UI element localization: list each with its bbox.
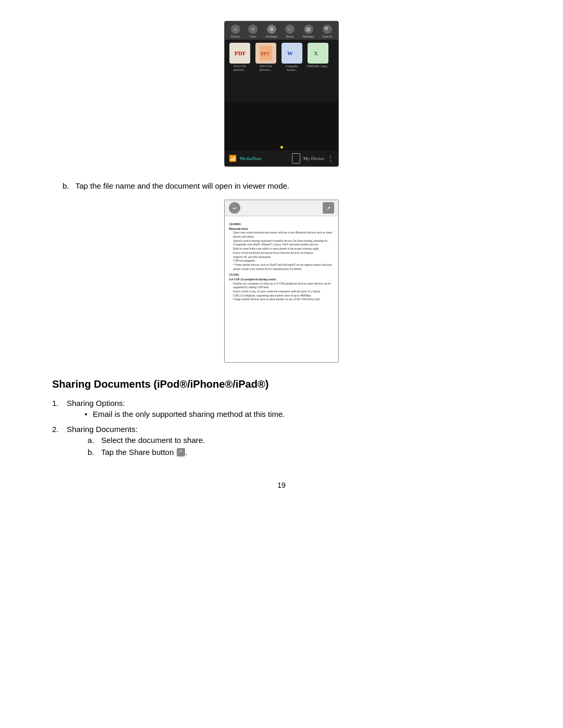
file-item-excel[interactable]: X GMP10K Comp... — [306, 43, 330, 72]
back-icon: ← — [285, 24, 295, 34]
item2-num: 2. — [52, 425, 63, 460]
svg-text:PPT: PPT — [261, 51, 270, 56]
item2-alpha: a. Select the document to share. b. Tap … — [88, 436, 205, 457]
page-number: 19 — [52, 481, 511, 489]
app-screenshot: ⌂ Home ≡ View ⚙ Settings ← Back ▤ Mana — [224, 21, 339, 167]
toolbar-manage[interactable]: ▤ Manage — [302, 24, 314, 39]
step-b-description: Tap the file name and the document will … — [76, 181, 289, 190]
view-icon: ≡ — [248, 24, 258, 34]
item2-label: Sharing Documents: — [67, 425, 138, 434]
alpha-item-a: a. Select the document to share. — [88, 436, 205, 445]
bullet-dot: • — [82, 410, 90, 418]
bullet-text-1: Email is the only supported sharing meth… — [93, 410, 285, 418]
step-b-label: b. — [63, 181, 69, 190]
page-dot — [280, 146, 283, 149]
product2-id: GUS402 — [229, 273, 334, 277]
product1-desc: Share your wired keyboard and mouse with… — [233, 231, 334, 271]
product2-name: 2x4 USB 2.0 peripheral sharing switch — [229, 278, 334, 282]
toolbar-settings[interactable]: ⚙ Settings — [265, 24, 277, 39]
search-icon: 🔍 — [323, 24, 332, 34]
doc-text: GKMB01 Bluetooth Dock Share your wired k… — [229, 223, 334, 302]
toolbar-home[interactable]: ⌂ Home — [231, 24, 240, 39]
wifi-icon: 📶 — [229, 155, 237, 163]
item1-num: 1. — [52, 399, 63, 421]
dark-area — [225, 102, 338, 144]
item1-bullets: • Email is the only supported sharing me… — [82, 410, 285, 418]
app-toolbar: ⌂ Home ≡ View ⚙ Settings ← Back ▤ Mana — [225, 21, 338, 40]
app-bottom-bar: 📶 MediaShair My Device ⋮ — [225, 151, 338, 166]
alpha-label-a: a. — [88, 436, 98, 445]
product2-desc: Enables two computers to share up to 4 U… — [233, 282, 334, 302]
doc-screenshot: ↩ ↗ GKMB01 Bluetooth Dock Share your wir… — [224, 200, 339, 363]
manage-icon: ▤ — [304, 24, 313, 34]
page-content: ⌂ Home ≡ View ⚙ Settings ← Back ▤ Mana — [52, 21, 511, 489]
svg-text:PDF: PDF — [235, 50, 246, 56]
screenshot2-container: ↩ ↗ GKMB01 Bluetooth Dock Share your wir… — [52, 200, 511, 363]
alpha-text-a: Select the document to share. — [101, 436, 205, 445]
main-list: 1. Sharing Options: • Email is the only … — [52, 399, 511, 460]
svg-text:W: W — [287, 50, 293, 56]
file-item-ppt[interactable]: PPT 2013 CES preview... — [254, 43, 278, 72]
screenshot1-container: ⌂ Home ≡ View ⚙ Settings ← Back ▤ Mana — [52, 21, 511, 167]
doc-share-button[interactable]: ↗ — [323, 202, 334, 214]
product1-name: Bluetooth Dock — [229, 227, 334, 231]
step-b-text: b. Tap the file name and the document wi… — [52, 181, 511, 190]
back-arrow-icon: ↩ — [232, 205, 237, 211]
settings-icon: ⚙ — [267, 24, 276, 34]
files-area: PDF 2013 CES preview... PPT 2013 CES — [225, 40, 338, 102]
list-item-2: 2. Sharing Documents: a. Select the docu… — [52, 425, 511, 460]
product1-id: GKMB01 — [229, 223, 334, 227]
excel-icon: X — [308, 43, 328, 64]
alpha-item-b: b. Tap the Share button . — [88, 448, 205, 457]
ppt-icon: PPT — [255, 43, 276, 64]
item1-label: Sharing Options: — [67, 399, 125, 408]
file-item-pdf[interactable]: PDF 2013 CES preview... — [228, 43, 252, 72]
file-item-word[interactable]: W Computer Access... — [280, 43, 304, 72]
bottom-dots: ⋮ — [327, 155, 334, 163]
alpha-label-b: b. — [88, 448, 98, 457]
toolbar-view[interactable]: ≡ View — [248, 24, 258, 39]
doc-back-button[interactable]: ↩ — [229, 202, 240, 214]
share-button-icon — [177, 448, 185, 456]
bullet-item-1: • Email is the only supported sharing me… — [82, 410, 285, 418]
word-icon: W — [282, 43, 302, 64]
files-grid: PDF 2013 CES preview... PPT 2013 CES — [228, 43, 335, 72]
svg-text:X: X — [314, 50, 318, 56]
device-icon — [292, 153, 300, 164]
toolbar-search[interactable]: 🔍 Search — [322, 24, 332, 39]
doc-toolbar: ↩ ↗ — [225, 200, 338, 216]
list-item-1: 1. Sharing Options: • Email is the only … — [52, 399, 511, 421]
toolbar-back[interactable]: ← Back — [285, 24, 295, 39]
section-heading: Sharing Documents (iPod®/iPhone®/iPad®) — [52, 378, 511, 390]
dot-indicator — [225, 144, 338, 151]
alpha-text-b: Tap the Share button . — [101, 448, 188, 457]
pdf-icon: PDF — [229, 43, 250, 64]
share-icon: ↗ — [326, 205, 331, 211]
doc-content: GKMB01 Bluetooth Dock Share your wired k… — [225, 216, 338, 362]
home-icon: ⌂ — [231, 24, 240, 34]
